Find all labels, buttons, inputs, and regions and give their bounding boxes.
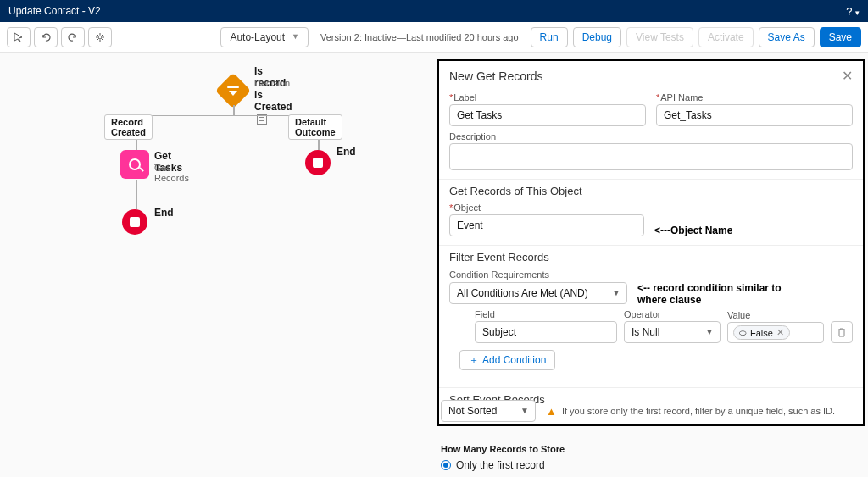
select-tool-button[interactable] [7, 27, 31, 47]
decision-node-type: Decision [254, 78, 290, 88]
description-input[interactable] [449, 143, 853, 170]
undo-button[interactable] [34, 27, 58, 47]
titlebar: Update Contact - V2 ? ▾ [0, 0, 868, 22]
object-section-title: Get Records of This Object [439, 179, 863, 199]
get-tasks-node[interactable] [120, 150, 149, 179]
object-input[interactable] [449, 214, 644, 236]
redo-button[interactable] [61, 27, 85, 47]
api-name-field-label: API Name [656, 92, 853, 103]
view-tests-button: View Tests [626, 27, 693, 47]
annotation-object: <---Object Name [654, 225, 732, 236]
decision-node[interactable] [215, 73, 251, 108]
below-panel-area: Not Sorted ▼ ▲ If you store only the fir… [441, 400, 865, 477]
redo-icon [68, 32, 78, 42]
gear-icon [95, 32, 105, 42]
condition-req-select[interactable]: All Conditions Are Met (AND) [449, 282, 627, 304]
lookup-icon [129, 158, 141, 170]
condition-req-label: Condition Requirements [449, 269, 549, 280]
chevron-down-icon: ▼ [612, 288, 620, 297]
chevron-down-icon: ▼ [520, 406, 529, 415]
label-field-label: Label [449, 92, 646, 103]
run-button[interactable]: Run [531, 27, 568, 47]
warning-icon: ▲ [546, 405, 557, 418]
chevron-down-icon: ▼ [705, 327, 714, 336]
api-name-input[interactable] [656, 104, 853, 126]
svg-point-0 [98, 36, 102, 39]
debug-button[interactable]: Debug [573, 27, 621, 47]
cond-field-input[interactable] [475, 321, 617, 343]
flow-title: Update Contact - V2 [8, 5, 101, 17]
radio-icon [441, 460, 451, 470]
save-as-button[interactable]: Save As [759, 27, 815, 47]
save-button[interactable]: Save [820, 27, 861, 47]
cursor-icon [14, 32, 24, 42]
end-label-created: End [154, 207, 174, 219]
help-menu[interactable]: ? ▾ [846, 5, 860, 18]
filter-section-title: Filter Event Records [439, 245, 863, 265]
cond-value-label: Value [727, 310, 824, 320]
object-field-label: Object [449, 202, 644, 213]
end-node-default[interactable] [305, 150, 331, 175]
remove-pill-icon[interactable]: ✕ [776, 327, 784, 338]
delete-condition-button[interactable] [831, 321, 853, 343]
sort-warning: ▲ If you store only the first record, fi… [546, 405, 835, 418]
end-node-created[interactable] [122, 209, 147, 235]
panel-title: New Get Records [449, 69, 542, 83]
path-label-created[interactable]: Record Created [104, 114, 153, 140]
get-records-panel: New Get Records ✕ Label API Name Descrip… [437, 59, 865, 426]
trash-icon [837, 327, 847, 337]
auto-layout-dropdown[interactable]: Auto-Layout▼ [220, 27, 309, 47]
path-label-default[interactable]: Default Outcome [288, 114, 342, 140]
cond-operator-label: Operator [624, 309, 721, 319]
plus-icon: ＋ [469, 355, 479, 365]
cond-field-label: Field [475, 309, 617, 319]
activate-button: Activate [698, 27, 754, 47]
store-records-title: How Many Records to Store [441, 444, 865, 454]
value-pill[interactable]: ⬭ False ✕ [733, 325, 790, 340]
get-tasks-type: Get Records [154, 163, 189, 183]
end-label-default: End [337, 146, 356, 158]
cond-value-input[interactable]: ⬭ False ✕ [727, 322, 824, 343]
add-condition-button[interactable]: ＋ Add Condition [459, 350, 555, 370]
version-label: Version 2: Inactive—Last modified 20 hou… [314, 32, 526, 42]
label-input[interactable] [449, 104, 646, 126]
toolbar: Auto-Layout▼ Version 2: Inactive—Last mo… [0, 22, 868, 53]
description-field-label: Description [449, 131, 853, 141]
settings-button[interactable] [88, 27, 112, 47]
annotation-condition: <-- record condition similar to where cl… [637, 282, 807, 306]
undo-icon [41, 32, 51, 42]
radio-first-record[interactable]: Only the first record [441, 459, 865, 471]
close-icon[interactable]: ✕ [842, 68, 853, 84]
